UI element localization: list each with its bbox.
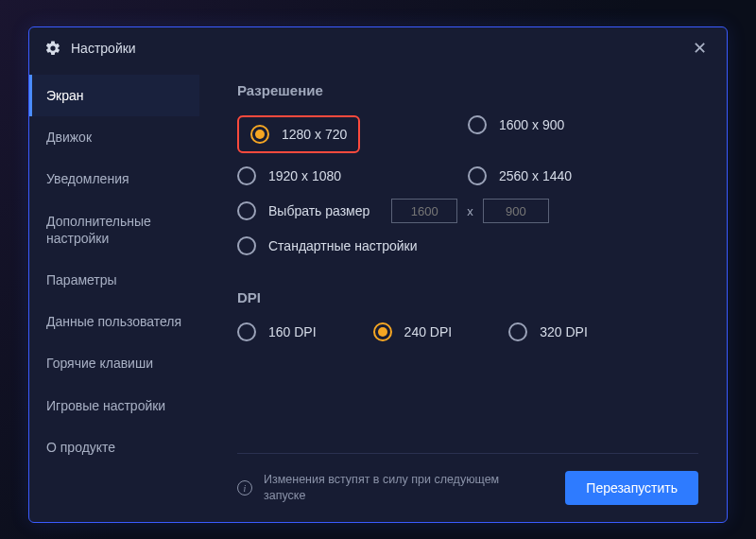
radio-label: 1920 x 1080 (268, 168, 341, 183)
resolution-option-1600x900[interactable]: 1600 x 900 (468, 115, 698, 134)
resolution-row-1: 1280 x 720 1600 x 900 (237, 115, 698, 153)
dialog-titlebar: Настройки ✕ (29, 27, 727, 69)
footer-message: Изменения вступят в силу при следующем з… (264, 472, 509, 505)
sidebar-item-advanced[interactable]: Дополнительные настройки (29, 200, 199, 259)
radio-icon (250, 125, 269, 144)
sidebar-item-label: Горячие клавиши (46, 356, 153, 371)
sidebar: Экран Движок Уведомления Дополнительные … (29, 69, 199, 522)
radio-label: 160 DPI (268, 324, 317, 339)
sidebar-item-parameters[interactable]: Параметры (29, 259, 199, 301)
settings-dialog: Настройки ✕ Экран Движок Уведомления Доп… (28, 26, 728, 523)
resolution-heading: Разрешение (237, 82, 698, 98)
dpi-option-320[interactable]: 320 DPI (508, 322, 588, 341)
dpi-row: 160 DPI 240 DPI 320 DPI (237, 322, 698, 341)
resolution-highlight: 1280 x 720 (237, 115, 360, 153)
dpi-option-240[interactable]: 240 DPI (373, 322, 453, 341)
sidebar-item-label: Параметры (46, 272, 117, 287)
radio-label: 1280 x 720 (282, 127, 347, 142)
sidebar-item-label: Дополнительные настройки (46, 214, 151, 246)
footer: i Изменения вступят в силу при следующем… (237, 453, 698, 505)
radio-icon (508, 322, 527, 341)
radio-icon (237, 322, 256, 341)
gear-icon (44, 40, 61, 57)
sidebar-item-label: Данные пользователя (46, 314, 181, 329)
close-button[interactable]: ✕ (687, 36, 712, 61)
custom-width-input[interactable] (391, 199, 457, 223)
radio-icon (237, 166, 256, 185)
sidebar-item-label: О продукте (46, 440, 115, 455)
radio-icon (237, 236, 256, 255)
resolution-option-1280x720[interactable]: 1280 x 720 (250, 125, 347, 144)
dpi-option-160[interactable]: 160 DPI (237, 322, 317, 341)
resolution-option-custom[interactable]: Выбрать размер (237, 201, 369, 220)
dpi-heading: DPI (237, 289, 698, 305)
close-icon: ✕ (693, 38, 707, 59)
resolution-option-1920x1080[interactable]: 1920 x 1080 (237, 166, 468, 185)
content-panel: Разрешение 1280 x 720 1600 x 900 (199, 69, 727, 522)
sidebar-item-label: Уведомления (46, 171, 129, 186)
radio-icon (468, 166, 487, 185)
restart-button[interactable]: Перезапустить (565, 471, 698, 505)
info-icon: i (237, 480, 252, 496)
radio-label: Выбрать размер (268, 203, 369, 218)
resolution-default-row: Стандартные настройки (237, 236, 698, 255)
radio-icon (237, 201, 256, 220)
radio-label: 240 DPI (404, 324, 453, 339)
radio-label: 1600 x 900 (499, 117, 564, 132)
sidebar-item-hotkeys[interactable]: Горячие клавиши (29, 342, 199, 384)
radio-label: Стандартные настройки (268, 238, 417, 253)
resolution-row-2: 1920 x 1080 2560 x 1440 (237, 166, 698, 185)
radio-icon (468, 115, 487, 134)
sidebar-item-about[interactable]: О продукте (29, 426, 199, 468)
radio-label: 320 DPI (540, 324, 588, 339)
sidebar-item-notifications[interactable]: Уведомления (29, 158, 199, 200)
sidebar-item-engine[interactable]: Движок (29, 116, 199, 158)
dimension-separator: x (467, 204, 473, 218)
resolution-option-2560x1440[interactable]: 2560 x 1440 (468, 166, 698, 185)
dialog-body: Экран Движок Уведомления Дополнительные … (29, 69, 727, 522)
resolution-option-default[interactable]: Стандартные настройки (237, 236, 417, 255)
sidebar-item-screen[interactable]: Экран (29, 75, 199, 116)
sidebar-item-label: Экран (46, 88, 84, 103)
radio-label: 2560 x 1440 (499, 168, 572, 183)
sidebar-item-game[interactable]: Игровые настройки (29, 385, 199, 426)
dialog-title: Настройки (71, 41, 136, 56)
sidebar-item-label: Движок (46, 130, 92, 145)
custom-height-input[interactable] (483, 199, 549, 223)
radio-icon (373, 322, 392, 341)
sidebar-item-label: Игровые настройки (46, 398, 165, 413)
resolution-custom-row: Выбрать размер x (237, 199, 698, 223)
sidebar-item-userdata[interactable]: Данные пользователя (29, 301, 199, 342)
